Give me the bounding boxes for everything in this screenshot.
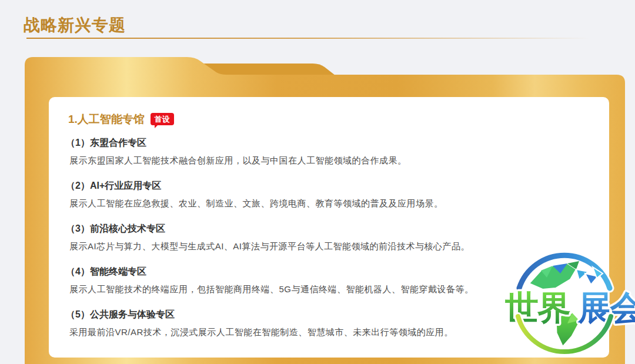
page-title: 战略新兴专题 xyxy=(24,14,126,36)
watermark-text-green: 世界 xyxy=(504,289,570,326)
section-ai-industry: （2）AI+行业应用专区 展示人工智能在应急救援、农业、制造业、文旅、跨境电商、… xyxy=(49,180,609,209)
pavilion-title-row: 1.人工智能专馆 首设 xyxy=(68,113,609,126)
title-underline xyxy=(26,38,590,39)
folder-back-tab xyxy=(200,64,335,75)
section-heading: （3）前沿核心技术专区 xyxy=(66,223,609,235)
first-set-badge: 首设 xyxy=(151,113,174,125)
section-description: 展示东盟国家人工智能技术融合创新应用，以及与中国在人工智能领域的合作成果。 xyxy=(69,154,609,166)
watermark-text: 世界 展会 xyxy=(504,289,635,326)
watermark-logo: 世界 展会 xyxy=(497,247,635,364)
pavilion-title: 1.人工智能专馆 xyxy=(68,113,145,126)
section-heading: （1）东盟合作专区 xyxy=(66,137,609,149)
section-heading: （2）AI+行业应用专区 xyxy=(66,180,609,192)
strategic-emerging-topics-page: 战略新兴专题 1.人工智能专馆 首设 xyxy=(0,0,635,364)
section-description: 展示人工智能在应急救援、农业、制造业、文旅、跨境电商、教育等领域的普及及应用场景… xyxy=(69,197,609,209)
section-asean: （1）东盟合作专区 展示东盟国家人工智能技术融合创新应用，以及与中国在人工智能领… xyxy=(49,137,609,166)
